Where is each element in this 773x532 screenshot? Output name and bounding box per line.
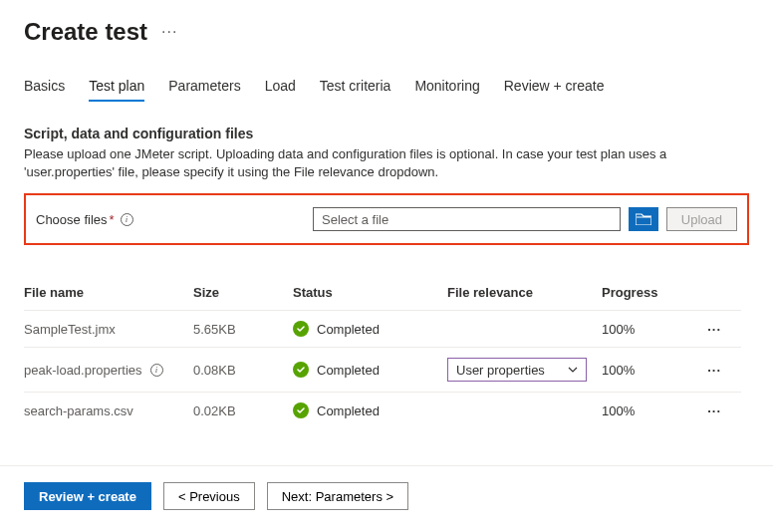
file-status-cell: Completed bbox=[293, 321, 447, 337]
more-icon[interactable]: ··· bbox=[161, 23, 177, 41]
check-circle-icon bbox=[293, 362, 309, 378]
tab-bar: BasicsTest planParametersLoadTest criter… bbox=[24, 74, 749, 102]
file-relevance-cell: User properties bbox=[447, 358, 602, 382]
header-progress: Progress bbox=[602, 285, 681, 300]
info-icon[interactable]: i bbox=[150, 364, 163, 377]
folder-icon bbox=[636, 213, 651, 225]
upload-button[interactable]: Upload bbox=[666, 207, 737, 231]
file-status-cell: Completed bbox=[293, 402, 447, 418]
previous-button[interactable]: < Previous bbox=[163, 482, 255, 510]
tab-review-create[interactable]: Review + create bbox=[504, 74, 605, 102]
tab-basics[interactable]: Basics bbox=[24, 74, 65, 102]
header-file-name: File name bbox=[24, 285, 193, 300]
choose-files-label: Choose files * i bbox=[36, 212, 305, 227]
file-size-cell: 0.02KB bbox=[193, 403, 293, 418]
tab-load[interactable]: Load bbox=[265, 74, 296, 102]
tab-test-criteria[interactable]: Test criteria bbox=[320, 74, 391, 102]
footer-bar: Review + create < Previous Next: Paramet… bbox=[0, 465, 773, 510]
row-actions-icon[interactable]: ··· bbox=[681, 403, 721, 418]
choose-files-row: Choose files * i Upload bbox=[24, 193, 749, 245]
tab-parameters[interactable]: Parameters bbox=[168, 74, 240, 102]
row-actions-icon[interactable]: ··· bbox=[681, 363, 721, 378]
table-header: File name Size Status File relevance Pro… bbox=[24, 275, 741, 310]
file-status-cell: Completed bbox=[293, 362, 447, 378]
check-circle-icon bbox=[293, 402, 309, 418]
required-asterisk: * bbox=[110, 212, 115, 227]
chevron-down-icon bbox=[568, 363, 578, 378]
file-select-input[interactable] bbox=[313, 207, 621, 231]
row-actions-icon[interactable]: ··· bbox=[681, 322, 721, 337]
section-title: Script, data and configuration files bbox=[24, 126, 749, 141]
table-row: peak-load.propertiesi0.08KBCompletedUser… bbox=[24, 347, 741, 392]
tab-monitoring[interactable]: Monitoring bbox=[414, 74, 479, 102]
file-relevance-dropdown[interactable]: User properties bbox=[447, 358, 587, 382]
check-circle-icon bbox=[293, 321, 309, 337]
tab-test-plan[interactable]: Test plan bbox=[89, 74, 144, 102]
section-description: Please upload one JMeter script. Uploadi… bbox=[24, 145, 741, 181]
info-icon[interactable]: i bbox=[121, 213, 133, 226]
header-relevance: File relevance bbox=[447, 285, 602, 300]
file-size-cell: 5.65KB bbox=[193, 322, 293, 337]
file-progress-cell: 100% bbox=[602, 322, 681, 337]
header-status: Status bbox=[293, 285, 447, 300]
file-name-cell: peak-load.propertiesi bbox=[24, 363, 193, 378]
review-create-button[interactable]: Review + create bbox=[24, 482, 151, 510]
files-table: File name Size Status File relevance Pro… bbox=[24, 275, 741, 428]
next-button[interactable]: Next: Parameters > bbox=[267, 482, 408, 510]
table-row: SampleTest.jmx5.65KBCompleted100%··· bbox=[24, 310, 741, 347]
page-title: Create test bbox=[24, 18, 147, 46]
file-size-cell: 0.08KB bbox=[193, 363, 293, 378]
file-progress-cell: 100% bbox=[602, 363, 681, 378]
file-name-cell: SampleTest.jmx bbox=[24, 322, 193, 337]
file-progress-cell: 100% bbox=[602, 403, 681, 418]
browse-folder-button[interactable] bbox=[629, 207, 658, 231]
table-row: search-params.csv0.02KBCompleted100%··· bbox=[24, 392, 741, 428]
file-name-cell: search-params.csv bbox=[24, 403, 193, 418]
header-size: Size bbox=[193, 285, 293, 300]
